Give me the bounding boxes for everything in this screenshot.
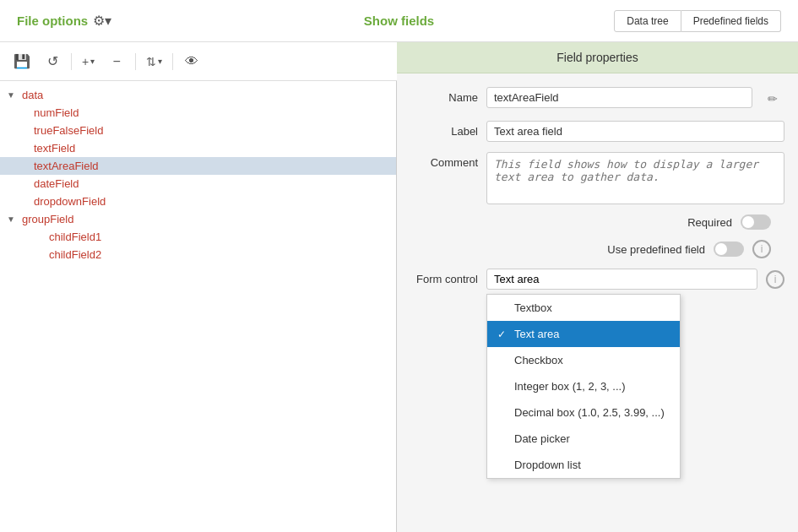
tree-item-trueFalseField[interactable]: trueFalseField <box>0 122 396 139</box>
required-toggle[interactable] <box>741 214 771 230</box>
top-bar: File options ⚙▾ Show fields Data tree Pr… <box>0 0 798 42</box>
predefined-info-icon[interactable]: i <box>752 240 771 258</box>
name-edit-button[interactable]: ✏ <box>761 87 784 111</box>
name-row: Name ✏ <box>410 87 784 111</box>
field-properties-header: Field properties <box>397 42 798 73</box>
label-input[interactable] <box>486 121 784 142</box>
predefined-row: Use predefined field i <box>410 240 784 258</box>
toolbar: 💾 ↺ + ▾ − ⇅ ▾ 👁 <box>0 42 397 81</box>
tree-item-textField[interactable]: textField <box>0 139 396 157</box>
form-control-select[interactable]: Text area <box>486 269 757 290</box>
tree-item-label-textField: textField <box>34 142 75 155</box>
tree-item-label-groupField: groupField <box>22 213 73 225</box>
tree-item-childField2[interactable]: childField2 <box>0 246 396 263</box>
required-row: Required <box>410 214 784 230</box>
view-button[interactable]: 👁 <box>178 49 205 74</box>
add-button[interactable]: + ▾ <box>77 52 100 72</box>
tree-item-label-data: data <box>22 89 43 101</box>
tree-item-label-numField: numField <box>34 106 79 119</box>
comment-row: Comment <box>410 152 784 204</box>
file-options-title: File options <box>17 14 88 28</box>
tree-item-textAreaField[interactable]: textAreaField <box>0 157 396 175</box>
toolbar-separator-3 <box>172 53 173 70</box>
toggle-icon-data: ▼ <box>7 90 19 100</box>
dropdown-item-datepicker[interactable]: Date picker <box>487 426 680 452</box>
top-bar-center: Show fields <box>272 14 527 28</box>
tree-item-childField1[interactable]: childField1 <box>0 228 396 246</box>
move-button[interactable]: ⇅ ▾ <box>141 52 167 72</box>
dropdown-item-decimal[interactable]: Decimal box (1.0, 2.5, 3.99, ...) <box>487 399 680 426</box>
comment-label: Comment <box>410 152 478 169</box>
form-control-dropdown: Textbox ✓ Text area Checkbox Integer box… <box>486 294 681 479</box>
dropdown-label-textarea: Text area <box>514 328 559 340</box>
tree-item-label-dropdownField: dropdownField <box>34 195 106 208</box>
form-control-selected-value: Text area <box>494 273 539 285</box>
tree-item-label-trueFalseField: trueFalseField <box>34 124 103 137</box>
form-control-label: Form control <box>410 273 478 285</box>
tree-item-label-childField1: childField1 <box>49 231 101 243</box>
tree-area: ▼ data numField trueFalseField textField <box>0 81 396 532</box>
right-panel: Field properties Name ✏ Label Comment Re… <box>397 42 798 532</box>
tree-item-dateField[interactable]: dateField <box>0 175 396 193</box>
form-control-row: Form control Text area i Textbox ✓ Text … <box>410 269 784 290</box>
save-button[interactable]: 💾 <box>8 49 35 74</box>
dropdown-label-datepicker: Date picker <box>514 432 570 445</box>
dropdown-label-textbox: Textbox <box>514 301 552 314</box>
toolbar-separator-2 <box>135 53 136 70</box>
dropdown-label-dropdown: Dropdown list <box>514 459 581 471</box>
dropdown-item-textarea[interactable]: ✓ Text area <box>487 321 680 347</box>
toolbar-separator-1 <box>71 53 72 70</box>
label-row: Label <box>410 121 784 142</box>
predefined-label: Use predefined field <box>607 243 705 256</box>
left-panel: 💾 ↺ + ▾ − ⇅ ▾ 👁 ▼ data <box>0 42 397 532</box>
name-input[interactable] <box>486 87 752 108</box>
predefined-toggle[interactable] <box>714 242 744 257</box>
tree-item-label-textAreaField: textAreaField <box>34 160 99 172</box>
field-properties-body: Name ✏ Label Comment Required Use pr <box>397 73 798 303</box>
comment-textarea[interactable] <box>486 152 784 204</box>
top-bar-left: File options ⚙▾ <box>17 13 272 29</box>
undo-button[interactable]: ↺ <box>39 49 66 74</box>
add-arrow-icon: ▾ <box>90 57 95 66</box>
tree-item-numField[interactable]: numField <box>0 104 396 122</box>
tree-item-dropdownField[interactable]: dropdownField <box>0 193 396 210</box>
tree-item-label-childField2: childField2 <box>49 248 101 261</box>
dropdown-item-integer[interactable]: Integer box (1, 2, 3, ...) <box>487 373 680 399</box>
tab-predefined-fields[interactable]: Predefined fields <box>681 10 781 32</box>
check-icon-textarea: ✓ <box>497 328 509 340</box>
toggle-icon-groupField: ▼ <box>7 214 19 224</box>
tree-item-data[interactable]: ▼ data <box>0 86 396 104</box>
tab-data-tree[interactable]: Data tree <box>614 10 681 32</box>
move-arrow-icon: ▾ <box>158 57 162 66</box>
add-icon: + <box>82 55 89 68</box>
form-control-info-icon[interactable]: i <box>766 270 784 289</box>
tree-item-groupField[interactable]: ▼ groupField <box>0 210 396 228</box>
name-label: Name <box>410 87 478 104</box>
required-label: Required <box>687 216 732 229</box>
dropdown-item-textbox[interactable]: Textbox <box>487 295 680 321</box>
move-icon: ⇅ <box>146 55 156 68</box>
tree-item-label-dateField: dateField <box>34 177 79 190</box>
dropdown-label-checkbox: Checkbox <box>514 354 563 366</box>
dropdown-item-checkbox[interactable]: Checkbox <box>487 347 680 373</box>
main-layout: 💾 ↺ + ▾ − ⇅ ▾ 👁 ▼ data <box>0 42 798 532</box>
label-label: Label <box>410 121 478 138</box>
top-bar-right: Data tree Predefined fields <box>526 10 781 32</box>
remove-button[interactable]: − <box>103 49 130 74</box>
dropdown-label-decimal: Decimal box (1.0, 2.5, 3.99, ...) <box>514 406 665 419</box>
dropdown-label-integer: Integer box (1, 2, 3, ...) <box>514 380 626 393</box>
show-fields-label: Show fields <box>364 14 434 28</box>
gear-menu-button[interactable]: ⚙▾ <box>93 13 111 29</box>
dropdown-item-dropdown[interactable]: Dropdown list <box>487 452 680 478</box>
